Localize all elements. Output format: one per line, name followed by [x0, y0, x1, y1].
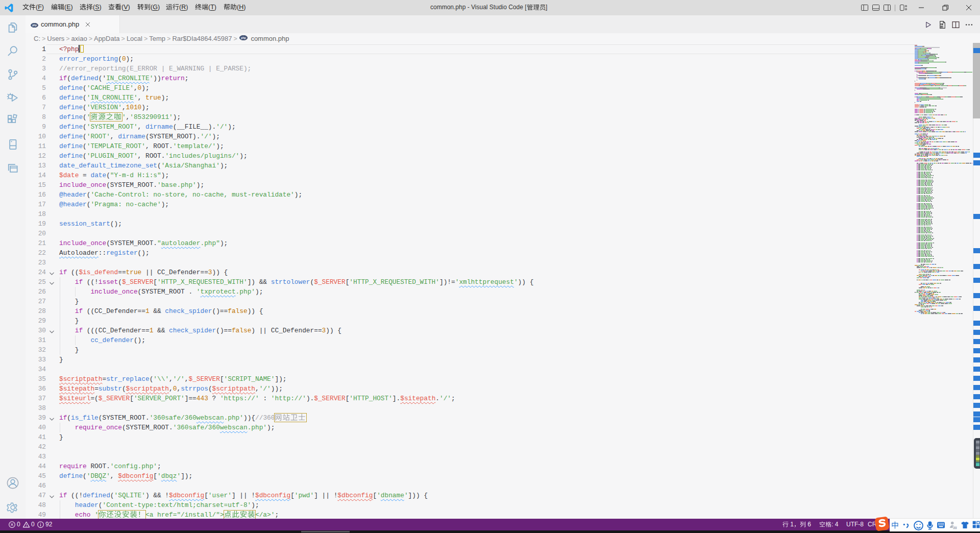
svg-text:23: 23: [953, 526, 957, 529]
